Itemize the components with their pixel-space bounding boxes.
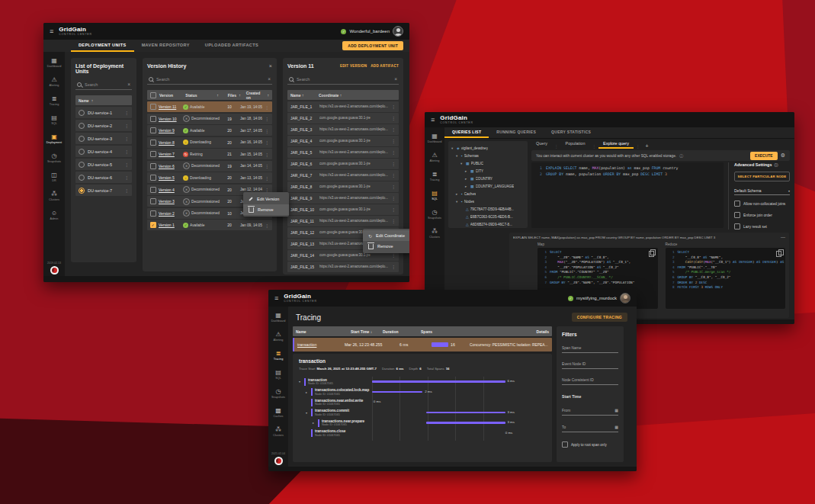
select-particular-node-button[interactable]: SELECT PARTICULAR NODE — [734, 172, 790, 181]
version-link[interactable]: Version 8 — [159, 140, 181, 145]
version-link[interactable]: Version 11 — [159, 104, 181, 109]
kebab-menu-icon[interactable]: ⋮ — [265, 116, 269, 121]
gear-icon[interactable]: ⚙ — [781, 152, 785, 159]
add-deployment-unit-button[interactable]: ADD DEPLOYMENT UNIT — [342, 41, 403, 50]
version-row[interactable]: Version 5 Downloading 20 Jan 13, 14:05 ⋮ — [147, 172, 272, 183]
expand-arrow[interactable]: ▾ — [456, 154, 460, 158]
remove-artifact-menu-item[interactable]: Remove — [363, 241, 409, 252]
version-row[interactable]: Version 10 Decommissioned 19 Jan 18, 14:… — [147, 114, 272, 124]
user-box[interactable]: ✓ Wonderful_bardeen — [341, 26, 403, 37]
table-header[interactable]: Name ↑ — [75, 95, 132, 105]
row-checkbox[interactable] — [150, 175, 156, 181]
deployment-unit-row[interactable]: DU-service-6 ⋮ — [75, 172, 132, 183]
tree-item[interactable]: △ 79C78A77-D5D9-4EBA4B... — [451, 205, 525, 213]
column-header[interactable]: Details — [534, 329, 552, 334]
avatar[interactable] — [393, 26, 403, 37]
edit-version-button[interactable]: EDIT VERSION — [340, 64, 367, 68]
menu-icon[interactable]: ≡ — [50, 27, 53, 35]
version-link[interactable]: Version 2 — [159, 211, 181, 216]
expand-arrow[interactable]: ▸ — [465, 177, 469, 181]
sidebar-item-tracing[interactable]: ≣ Tracing — [425, 167, 444, 186]
expand-arrow[interactable]: ▸ — [306, 390, 310, 394]
copy-icon[interactable] — [649, 251, 654, 257]
version-link[interactable]: Version 9 — [159, 128, 181, 133]
radio-button[interactable] — [79, 162, 85, 168]
sidebar-item-alerting[interactable]: ⚠ Alerting — [425, 148, 444, 167]
version-link[interactable]: Version 6 — [159, 164, 181, 169]
kebab-menu-icon[interactable]: ⋮ — [265, 104, 269, 110]
from-date-input[interactable]: From ▦ — [562, 408, 618, 416]
expand-arrow[interactable]: ▸ — [313, 421, 316, 425]
queries-tab[interactable]: RUNNING QUERIES — [489, 127, 544, 138]
version-row[interactable]: Version 7 Retiring 21 Jan 15, 14:05 ⋮ — [147, 149, 272, 159]
filter-input[interactable]: Node Consistent ID — [562, 378, 618, 385]
clear-icon[interactable]: × — [394, 76, 397, 82]
artifact-row[interactable]: JAR_FILE_11 https://s3.us-west-2.amazona… — [287, 216, 399, 226]
radio-button[interactable] — [79, 136, 85, 142]
sidebar-item-dashboard[interactable]: ▦ Dashboard — [268, 308, 288, 327]
tab-kebab-icon[interactable]: ⋮ — [636, 144, 640, 149]
artifact-row[interactable]: JAR_FILE_10 com.google.guava:guava:30.1-… — [287, 204, 399, 215]
span-bar[interactable] — [426, 422, 505, 424]
tree-item[interactable]: ▾ ▪ Schemas — [451, 152, 525, 159]
kebab-menu-icon[interactable]: ⋮ — [265, 140, 269, 145]
version-link[interactable]: Version 4 — [159, 188, 181, 192]
user-box[interactable]: ✓ mystifying_murdock — [568, 293, 631, 303]
tree-item[interactable]: △ A6D6B274-09D9-46C7-8... — [451, 220, 525, 228]
execute-button[interactable]: EXECUTE — [750, 152, 778, 160]
span-row[interactable]: ▾ transaction Node ID: 01067065 6 ms — [299, 377, 546, 387]
clear-icon[interactable]: × — [127, 82, 130, 87]
expand-arrow[interactable]: ▸ — [456, 192, 460, 196]
artifact-row[interactable]: JAR_FILE_6 com.google.guava:guava:30.1-j… — [287, 159, 399, 169]
expand-arrow[interactable]: ▾ — [456, 200, 460, 204]
column-header[interactable]: Name — [293, 329, 348, 334]
tree-item[interactable]: ▸ ▦ CITY — [451, 167, 525, 175]
sidebar-item-clusters[interactable]: ⁂ Clusters — [43, 187, 65, 206]
trace-row[interactable]: transaction Mar 26, 12:23:48.255 6 ms 16… — [293, 338, 552, 352]
top-tab[interactable]: UPLOADED ARTIFACTS — [197, 40, 266, 52]
kebab-menu-icon[interactable]: ⋮ — [391, 104, 396, 109]
version-row[interactable]: Version 6 Decommissioned 19 Jan 14, 14:0… — [147, 161, 272, 172]
expand-arrow[interactable]: ▾ — [451, 146, 455, 150]
query-tab[interactable]: Query — [531, 141, 552, 149]
tree-item[interactable]: △ E6B7C063-6C05-4ED6-B... — [451, 213, 525, 220]
clear-icon[interactable]: × — [268, 76, 271, 82]
radio-button[interactable] — [79, 188, 85, 194]
queries-tab[interactable]: QUERY STATISTICS — [544, 127, 598, 138]
edit-coordinate-menu-item[interactable]: ↻ Edit Coordinate — [363, 230, 409, 241]
sidebar-item-alerting[interactable]: ⚠ Alerting — [43, 72, 65, 91]
menu-icon[interactable]: ≡ — [431, 116, 435, 124]
search-input[interactable]: Search × — [147, 74, 272, 85]
kebab-menu-icon[interactable]: ⋮ — [391, 195, 396, 201]
row-checkbox[interactable] — [150, 187, 156, 193]
sidebar-item-sql[interactable]: ▤ SQL — [43, 111, 65, 130]
span-row[interactable]: ▸ transactions.near.prepare Node ID: 010… — [299, 418, 546, 429]
query-tab[interactable]: Population — [560, 141, 589, 149]
deployment-unit-row[interactable]: DU-service-3 ⋮ — [75, 133, 132, 144]
kebab-menu-icon[interactable]: ⋮ — [265, 223, 269, 228]
copy-icon[interactable] — [776, 251, 781, 257]
span-row[interactable]: transactions.close Node ID: 01067065 0 m… — [299, 429, 546, 439]
kebab-menu-icon[interactable]: ⋮ — [265, 187, 269, 192]
version-row[interactable]: Version 11 Available 10 Jan 19, 14:05 ⋮ — [147, 101, 272, 112]
version-row[interactable]: Version 9 Available 20 Jan 17, 14:05 ⋮ — [147, 125, 272, 136]
kebab-menu-icon[interactable]: ⋮ — [391, 264, 396, 269]
select-all-checkbox[interactable] — [150, 92, 156, 98]
kebab-menu-icon[interactable]: ⋮ — [124, 110, 129, 115]
column-header[interactable]: Start Time ↓ — [348, 329, 380, 334]
span-bar[interactable] — [372, 391, 422, 393]
version-link[interactable]: Version 3 — [159, 199, 181, 204]
expand-arrow[interactable]: ▾ — [299, 380, 303, 384]
artifact-row[interactable]: JAR_FILE_8 com.google.guava:guava:30.1-j… — [287, 181, 399, 192]
filter-input[interactable]: Event Node ID — [562, 362, 618, 369]
row-checkbox[interactable] — [150, 210, 156, 217]
deployment-unit-row[interactable]: DU-service-1 ⋮ — [75, 107, 132, 118]
kebab-menu-icon[interactable]: ⋮ — [391, 127, 396, 132]
sidebar-item-snapshots[interactable]: ◷ Snapshots — [43, 149, 65, 168]
option-checkbox[interactable] — [734, 212, 740, 218]
row-checkbox[interactable] — [150, 140, 156, 146]
user-photo-avatar[interactable] — [620, 293, 631, 303]
radio-button[interactable] — [79, 123, 85, 129]
sidebar-item-snapshots[interactable]: ◷ Snapshots — [268, 384, 288, 403]
kebab-menu-icon[interactable]: ⋮ — [391, 184, 396, 189]
